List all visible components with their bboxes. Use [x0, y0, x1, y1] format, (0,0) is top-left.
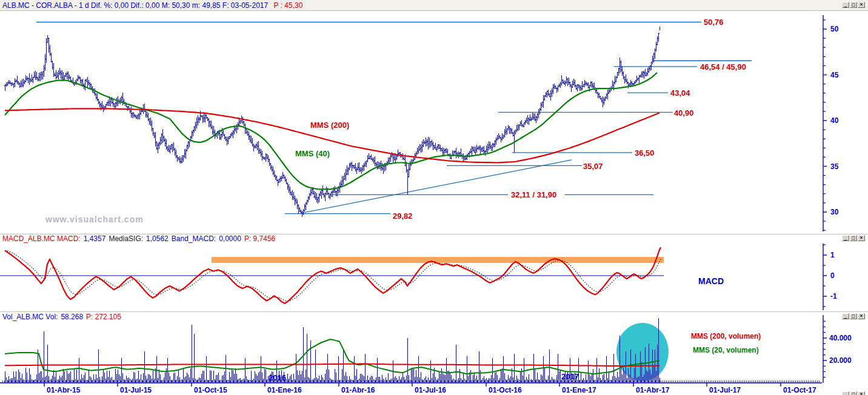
- date-label-01-Abr-15: 01-Abr-15: [47, 386, 80, 394]
- macd-title-segment-5: 0,0000: [219, 234, 241, 243]
- macd-title-segment-4: Band_MACD:: [172, 234, 216, 243]
- last-price: P : 45,30: [274, 1, 303, 10]
- mms20-volume-line[interactable]: [5, 339, 659, 374]
- macd-title-segment-3: 1,0562: [146, 234, 169, 243]
- volume-title-segment-0: Vol_ALB.MC Vol:: [2, 313, 58, 321]
- visualchart-window: { "title_bar": { "info": "ALB.MC - COR.A…: [0, 0, 868, 395]
- date-label-01-Abr-16: 01-Abr-16: [341, 386, 375, 394]
- date-label-01-Oct-15: 01-Oct-15: [194, 386, 227, 394]
- window-controls-row-0: _□×: [842, 2, 865, 8]
- maximize-button[interactable]: □: [850, 235, 857, 241]
- volume-axis-label-40000: 40.000: [829, 334, 852, 342]
- volume-ma-label-1: MMS (20, volumen): [693, 346, 759, 354]
- price-ma-label-1: MMS (40): [295, 149, 330, 158]
- macd-title-segment-2: MediaSIG:: [109, 234, 143, 243]
- mms200-volume-line[interactable]: [5, 364, 659, 366]
- macd-indicator-label: MACD: [698, 276, 724, 286]
- volume-ma-label-0: MMS (200, volumen): [691, 332, 761, 340]
- price-ma-label-0: MMS (200): [310, 121, 349, 130]
- price-axis-label-30: 30: [830, 208, 838, 216]
- window-controls-row-3: _□×: [842, 391, 865, 395]
- price-level-label-0: 50,76: [704, 18, 724, 27]
- macd-band: [212, 257, 664, 263]
- price-level-label-3: 40,90: [674, 108, 694, 118]
- date-label-01-Jul-17: 01-Jul-17: [709, 386, 741, 394]
- price-axis-label-50: 50: [830, 25, 838, 33]
- price-level-label-4: 36,50: [635, 148, 655, 158]
- close-button[interactable]: ×: [858, 2, 865, 8]
- mms200-line[interactable]: [5, 108, 659, 162]
- close-button[interactable]: ×: [858, 391, 865, 395]
- price-level-label-5: 35,07: [583, 162, 603, 171]
- minimize-button[interactable]: _: [842, 391, 849, 395]
- price-level-label-1: 46,54 / 45,90: [700, 62, 746, 71]
- volume-axis-label-20000: 20.000: [829, 356, 852, 365]
- date-label-01-Oct-17: 01-Oct-17: [783, 386, 816, 394]
- macd-title-segment-6: P: 9,7456: [244, 234, 275, 243]
- date-label-01-Oct-16: 01-Oct-16: [489, 386, 522, 394]
- macd-axis-label--1: -1: [830, 292, 837, 300]
- volume-bars[interactable]: [5, 318, 659, 382]
- price-axis-label-45: 45: [830, 71, 838, 79]
- chart-title-bar: ALB.MC - COR.ALBA - 1 d Dif. %: 0,00 Dif…: [0, 0, 868, 11]
- volume-panel-title: Vol_ALB.MC Vol:58.268P: 272.105: [2, 313, 124, 321]
- macd-title-segment-1: 1,4357: [84, 234, 106, 243]
- macd-axis-label-1: 1: [830, 251, 835, 259]
- minimize-button[interactable]: _: [842, 2, 849, 8]
- minimize-button[interactable]: _: [842, 235, 849, 241]
- price-axis-label-35: 35: [830, 162, 838, 171]
- symbol-info: ALB.MC - COR.ALBA - 1 d Dif. %: 0,00 Dif…: [2, 1, 268, 10]
- mms40-line[interactable]: [5, 73, 657, 189]
- close-button[interactable]: ×: [858, 313, 865, 319]
- date-label-01-Jul-16: 01-Jul-16: [415, 386, 446, 394]
- maximize-button[interactable]: □: [850, 391, 857, 395]
- price-axis-label-40: 40: [830, 116, 838, 125]
- price-level-label-6: 32,11 / 31,90: [511, 190, 556, 199]
- volume-title-segment-2: P: 272.105: [86, 313, 121, 321]
- date-label-01-Ene-17: 01-Ene-17: [562, 386, 596, 394]
- date-label-01-Jul-15: 01-Jul-15: [120, 386, 152, 394]
- window-controls-row-1: _□×: [842, 235, 865, 241]
- macd-panel-title: MACD_ALB.MC MACD:1,4357MediaSIG:1,0562Ba…: [2, 234, 278, 243]
- minimize-button[interactable]: _: [842, 313, 849, 319]
- close-button[interactable]: ×: [858, 235, 865, 241]
- macd-title-segment-0: MACD_ALB.MC MACD:: [2, 234, 81, 243]
- window-controls-row-2: _□×: [842, 313, 865, 319]
- maximize-button[interactable]: □: [850, 313, 857, 319]
- date-label-01-Ene-16: 01-Ene-16: [267, 386, 302, 394]
- price-level-label-7: 29,82: [393, 211, 413, 221]
- date-label-01-Abr-17: 01-Abr-17: [636, 386, 669, 394]
- maximize-button[interactable]: □: [850, 2, 857, 8]
- time-axis-labels-row: 01-Abr-1501-Jul-1501-Oct-1501-Ene-1601-A…: [0, 384, 822, 395]
- price-level-label-2: 43,04: [670, 88, 690, 98]
- macd-axis-label-0: 0: [830, 271, 835, 280]
- volume-title-segment-1: 58.268: [61, 313, 83, 321]
